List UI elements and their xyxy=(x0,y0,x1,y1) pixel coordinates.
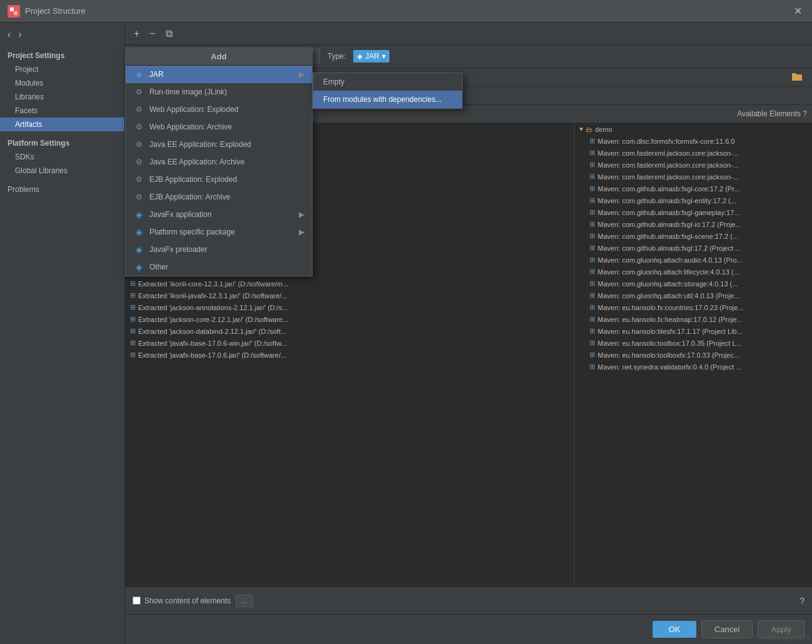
maven-icon: ⊞ xyxy=(589,137,595,145)
help-button[interactable]: ? xyxy=(799,596,804,606)
sidebar-item-project[interactable]: Project xyxy=(0,63,124,76)
platform-package-icon: ◈ xyxy=(133,226,144,238)
type-dropdown-arrow[interactable]: ▾ xyxy=(382,52,386,61)
right-panel-item[interactable]: ⊞ Maven: com.fasterxml.jackson.core:jack… xyxy=(574,159,812,171)
sidebar-item-global-libraries[interactable]: Global Libraries xyxy=(0,164,124,178)
remove-artifact-button[interactable]: − xyxy=(146,27,159,41)
submenu-item-from-modules[interactable]: From modules with dependencies... xyxy=(313,91,462,108)
list-item[interactable]: ⊞ Extracted 'javafx-base-17.0.6-win.jar/… xyxy=(125,337,574,349)
dropdown-item-webapp-archive[interactable]: ⚙ Web Application: Archive xyxy=(126,118,312,136)
sidebar-item-sdks[interactable]: SDKs xyxy=(0,150,124,164)
right-panel-item[interactable]: ⊞ Maven: com.gluonhq.attach:lifecycle:4.… xyxy=(574,266,812,278)
show-content-checkbox[interactable] xyxy=(133,596,141,605)
list-item[interactable]: ⊞ Extracted 'javafx-base-17.0.6.jar/' (D… xyxy=(125,349,574,361)
dropdown-item-runtime[interactable]: ⚙ Run-time image (JLink) xyxy=(126,83,312,101)
main-window: Project Structure ✕ ‹ › Project Settings… xyxy=(0,0,812,644)
maven-icon: ⊞ xyxy=(589,173,595,181)
list-item[interactable]: ⊞ Extracted 'ikonli-core-12.3.1.jar/' (D… xyxy=(125,278,574,289)
browse-folder-button[interactable] xyxy=(789,71,804,84)
right-panel-item[interactable]: ⊞ Maven: eu.hansolo:toolbox:17.0.35 (Pro… xyxy=(574,337,812,349)
right-panel-item[interactable]: ⊞ Maven: eu.hansolo:tilesfx:17.1.17 (Pro… xyxy=(574,325,812,337)
extract-icon: ⊞ xyxy=(130,327,136,335)
ejb-archive-icon: ⚙ xyxy=(133,191,144,203)
right-panel-item[interactable]: ⊞ Maven: com.gluonhq.attach:util:4.0.13 … xyxy=(574,289,812,301)
extract-icon: ⊞ xyxy=(130,279,136,288)
project-settings-header: Project Settings xyxy=(0,46,124,63)
dropdown-item-javafx[interactable]: ◈ JavaFx application ▶ xyxy=(126,206,312,223)
close-button[interactable]: ✕ xyxy=(791,5,804,17)
right-panel-item[interactable]: ⊞ Maven: eu.hansolo:toolboxfx:17.0.33 (P… xyxy=(574,349,812,361)
title-bar: Project Structure ✕ xyxy=(0,0,812,23)
right-panel-item[interactable]: ⊞ Maven: eu.hansolo.fx:heatmap:17.0.12 (… xyxy=(574,313,812,325)
maven-icon: ⊞ xyxy=(589,363,595,371)
right-panel-item[interactable]: ⊞ Maven: com.github.almasb:fxgl:17.2 (Pr… xyxy=(574,242,812,254)
right-panel-item[interactable]: ⊞ Maven: com.github.almasb:fxgl-scene:17… xyxy=(574,230,812,242)
preloader-icon: ◈ xyxy=(133,244,144,255)
submenu-item-empty[interactable]: Empty xyxy=(313,73,462,91)
maven-icon: ⊞ xyxy=(589,232,595,240)
dropdown-item-ejb-exploded[interactable]: ⚙ EJB Application: Exploded xyxy=(126,171,312,188)
type-selector[interactable]: ◈ JAR ▾ xyxy=(353,50,389,63)
svg-rect-0 xyxy=(10,8,14,11)
list-item[interactable]: ⊞ Extracted 'jackson-annotations-2.12.1.… xyxy=(125,301,574,313)
right-panel-item[interactable]: ⊞ Maven: com.fasterxml.jackson.core:jack… xyxy=(574,147,812,159)
right-panel-item[interactable]: ⊞ Maven: com.fasterxml.jackson.core:jack… xyxy=(574,171,812,183)
dropdown-item-javaee-archive[interactable]: ⚙ Java EE Application: Archive xyxy=(126,153,312,171)
extract-icon: ⊞ xyxy=(130,339,136,347)
available-elements-panel[interactable]: ▾ 🗁 demo ⊞ Maven: com.dlsc.formsfx:forms… xyxy=(574,123,812,586)
javafx-icon: ◈ xyxy=(133,209,144,220)
right-panel-item[interactable]: ⊞ Maven: net.synedra:validatorfx:0.4.0 (… xyxy=(574,361,812,373)
sidebar-item-modules[interactable]: Modules xyxy=(0,76,124,90)
nav-back-button[interactable]: ‹ xyxy=(5,28,13,41)
jar-submenu-arrow: ▶ xyxy=(299,70,304,79)
dropdown-item-ejb-archive[interactable]: ⚙ EJB Application: Archive xyxy=(126,188,312,206)
list-item[interactable]: ⊞ Extracted 'jackson-core-2.12.1.jar/' (… xyxy=(125,313,574,325)
jar-submenu: Empty From modules with dependencies... xyxy=(313,73,463,109)
dropdown-title: Add xyxy=(126,48,312,66)
dots-button[interactable]: ... xyxy=(236,595,253,607)
right-panel-item[interactable]: ⊞ Maven: com.dlsc.formsfx:formsfx-core:1… xyxy=(574,135,812,147)
sidebar-item-problems[interactable]: Problems xyxy=(0,180,124,196)
javafx-submenu-arrow: ▶ xyxy=(299,210,304,219)
right-panel-item[interactable]: ⊞ Maven: com.github.almasb:fxgl-core:17.… xyxy=(574,183,812,194)
right-panel-item[interactable]: ⊞ Maven: com.gluonhq.attach:storage:4.0.… xyxy=(574,278,812,289)
tree-expand-arrow[interactable]: ▾ xyxy=(579,125,583,133)
dropdown-item-javaee-exploded[interactable]: ⚙ Java EE Application: Exploded xyxy=(126,136,312,153)
right-panel-item[interactable]: ⊞ Maven: com.github.almasb:fxgl-gameplay… xyxy=(574,206,812,218)
tree-demo-item[interactable]: ▾ 🗁 demo xyxy=(574,123,812,135)
right-panel-item[interactable]: ⊞ Maven: com.gluonhq.attach:audio:4.0.13… xyxy=(574,254,812,266)
dropdown-item-platform-package[interactable]: ◈ Platform specific package ▶ xyxy=(126,223,312,241)
sidebar: ‹ › Project Settings Project Modules Lib… xyxy=(0,23,125,644)
add-artifact-button[interactable]: + xyxy=(130,27,143,41)
sidebar-item-facets[interactable]: Facets xyxy=(0,104,124,118)
cancel-button[interactable]: Cancel xyxy=(701,620,753,638)
sidebar-item-artifacts[interactable]: Artifacts xyxy=(0,118,124,131)
ok-button[interactable]: OK xyxy=(653,621,696,638)
dropdown-item-other[interactable]: ◈ Other xyxy=(126,258,312,276)
right-panel-item[interactable]: ⊞ Maven: com.github.almasb:fxgl-io:17.2 … xyxy=(574,218,812,230)
dropdown-item-jar[interactable]: ◈ JAR ▶ xyxy=(126,66,312,83)
list-item[interactable]: ⊞ Extracted 'jackson-databind-2.12.1.jar… xyxy=(125,325,574,337)
dropdown-item-webapp-exploded[interactable]: ⚙ Web Application: Exploded xyxy=(126,101,312,118)
platform-submenu-arrow: ▶ xyxy=(299,228,304,236)
maven-icon: ⊞ xyxy=(589,184,595,193)
svg-rect-3 xyxy=(792,73,796,75)
right-panel-item[interactable]: ⊞ Maven: eu.hansolo.fx:countries:17.0.23… xyxy=(574,301,812,313)
list-item[interactable]: ⊞ Extracted 'ikonli-javafx-12.3.1.jar/' … xyxy=(125,289,574,301)
maven-icon: ⊞ xyxy=(589,161,595,169)
sidebar-item-libraries[interactable]: Libraries xyxy=(0,90,124,104)
nav-forward-button[interactable]: › xyxy=(16,28,24,41)
maven-icon: ⊞ xyxy=(589,244,595,252)
add-dropdown-menu: Add ◈ JAR ▶ ⚙ Run-time image (JLink) ⚙ W… xyxy=(125,48,313,276)
maven-icon: ⊞ xyxy=(589,327,595,335)
copy-artifact-button[interactable]: ⧉ xyxy=(162,27,176,41)
maven-icon: ⊞ xyxy=(589,256,595,264)
right-panel-item[interactable]: ⊞ Maven: com.github.almasb:fxgl-entity:1… xyxy=(574,194,812,206)
jar-type-icon: ◈ xyxy=(357,52,363,61)
maven-icon: ⊞ xyxy=(589,291,595,299)
svg-rect-2 xyxy=(792,74,802,81)
dropdown-item-javafx-preloader[interactable]: ◈ JavaFx preloader xyxy=(126,241,312,258)
extract-icon: ⊞ xyxy=(130,315,136,323)
window-title: Project Structure xyxy=(25,6,791,16)
folder-icon: 🗁 xyxy=(586,126,593,133)
